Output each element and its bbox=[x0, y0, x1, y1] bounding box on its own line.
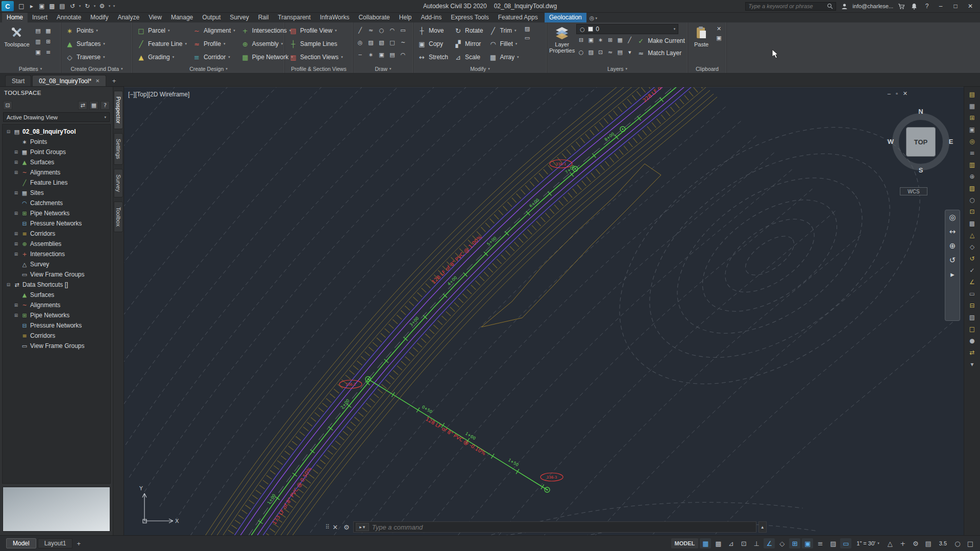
add-layout-button[interactable]: + bbox=[74, 540, 83, 547]
layout-tab-layout1[interactable]: Layout1 bbox=[38, 538, 73, 548]
layers-more-icon[interactable]: ▾ bbox=[625, 47, 634, 57]
match-layer-button[interactable]: ≈Match Layer bbox=[634, 47, 683, 59]
drawing-canvas[interactable]: 1+002+003+004+005+006+007+008+000+501+00… bbox=[124, 87, 964, 535]
command-recent-icon[interactable]: ▸▾ bbox=[356, 523, 369, 531]
ribbon-tab-rail[interactable]: Rail bbox=[254, 13, 274, 22]
doc-close-icon[interactable]: ✕ bbox=[903, 90, 908, 97]
tree-item-survey[interactable]: △Survey bbox=[3, 259, 110, 269]
command-expand-icon[interactable]: ▲ bbox=[758, 521, 767, 533]
transparency-icon[interactable]: ▨ bbox=[827, 538, 839, 548]
ribbon-tab-survey[interactable]: Survey bbox=[225, 13, 253, 22]
tree-item-intersections[interactable]: ⊞+Intersections bbox=[3, 249, 110, 259]
viewcube-south[interactable]: S bbox=[916, 166, 925, 174]
stretch-button[interactable]: ↔Stretch bbox=[415, 51, 450, 64]
tree-item-feature-lines[interactable]: ╱Feature Lines bbox=[3, 178, 110, 188]
alignment-button[interactable]: ~Alignment▾ bbox=[190, 24, 237, 37]
workspace-gear-icon[interactable]: ⚙ bbox=[910, 538, 921, 548]
dock-tool-icon[interactable]: ▦ bbox=[967, 102, 977, 110]
revision-cloud-icon[interactable]: ◠ bbox=[398, 50, 408, 59]
ribbon-tab-help[interactable]: Help bbox=[395, 13, 416, 22]
event-viewer-icon[interactable]: ▣ bbox=[33, 47, 43, 57]
turn-off-layer-icon[interactable]: ⊟ bbox=[576, 35, 586, 44]
plot-icon[interactable]: ▤ bbox=[57, 2, 67, 11]
cut-icon[interactable]: ✕ bbox=[714, 24, 724, 33]
boundary-icon[interactable]: □ bbox=[387, 38, 397, 47]
trim-button[interactable]: ╱Trim▾ bbox=[486, 24, 521, 37]
copy-clip-icon[interactable]: ▣ bbox=[714, 33, 724, 42]
points-button[interactable]: ∗Points▾ bbox=[63, 24, 107, 37]
annotation-scale-label[interactable]: 1" = 30'▾ bbox=[853, 538, 883, 548]
tree-item-surfaces[interactable]: ▲Surfaces bbox=[3, 290, 110, 300]
workspace-caret-icon[interactable]: ▾ bbox=[107, 2, 112, 11]
palette-tab-settings[interactable]: Settings bbox=[114, 133, 123, 165]
command-wrench-icon[interactable]: ⚙ bbox=[342, 523, 351, 531]
selection-cycling-icon[interactable]: ▭ bbox=[840, 538, 851, 548]
ribbon-tab-insert[interactable]: Insert bbox=[28, 13, 52, 22]
ribbon-tab-transparent[interactable]: Transparent bbox=[273, 13, 315, 22]
corridor-button[interactable]: ≡Corridor▾ bbox=[190, 51, 237, 64]
dock-tool-icon[interactable]: ↺ bbox=[967, 254, 977, 263]
tree-item-view-frame-groups[interactable]: ▭View Frame Groups bbox=[3, 341, 110, 351]
tree-expander-icon[interactable]: ⊞ bbox=[13, 211, 19, 216]
surfaces-button[interactable]: ▲Surfaces▾ bbox=[63, 37, 107, 51]
polar-tracking-icon[interactable]: ∠ bbox=[764, 538, 775, 548]
dock-tool-icon[interactable]: ⊡ bbox=[967, 207, 977, 216]
rectangle-icon[interactable]: ▭ bbox=[398, 26, 408, 35]
tree-expander-icon[interactable]: ⊞ bbox=[13, 170, 19, 175]
cart-icon[interactable] bbox=[897, 2, 906, 11]
view-selector-dropdown[interactable]: Active Drawing View▾ bbox=[3, 112, 110, 122]
tree-item-sites[interactable]: ⊞▦Sites bbox=[3, 188, 110, 198]
viewcube[interactable]: N W E S TOP bbox=[888, 109, 954, 175]
dock-tool-icon[interactable]: ▧ bbox=[967, 313, 977, 321]
undo-caret-icon[interactable]: ▾ bbox=[78, 2, 82, 11]
panel-label-clipboard[interactable]: Clipboard bbox=[688, 64, 726, 73]
dock-tool-icon[interactable]: ⊟ bbox=[967, 301, 977, 310]
infocenter-search[interactable] bbox=[745, 2, 836, 11]
save-icon[interactable]: ▣ bbox=[37, 2, 47, 11]
circle-icon[interactable]: ○ bbox=[377, 26, 386, 35]
tree-expander-icon[interactable]: ⊞ bbox=[13, 241, 19, 246]
tree-item-alignments[interactable]: ⊞~Alignments bbox=[3, 167, 110, 178]
tree-expander-icon[interactable]: ⊟ bbox=[6, 129, 11, 134]
clean-screen-icon[interactable]: □ bbox=[965, 538, 976, 548]
array-button[interactable]: ▦Array▾ bbox=[486, 51, 521, 64]
tree-item-alignments[interactable]: ⊞~Alignments bbox=[3, 300, 110, 310]
survey-toolspace-icon[interactable]: ⊞ bbox=[43, 37, 53, 46]
hatch-icon[interactable]: ▨ bbox=[366, 38, 376, 47]
new-drawing-icon[interactable]: □ bbox=[16, 2, 27, 11]
copy-button[interactable]: ▣Copy bbox=[415, 37, 450, 51]
rotate-button[interactable]: ↻Rotate bbox=[452, 24, 485, 37]
tree-item-point-groups[interactable]: ⊞▦Point Groups bbox=[3, 147, 110, 157]
ribbon-tab-home[interactable]: Home bbox=[2, 13, 28, 22]
ribbon-tab-modify[interactable]: Modify bbox=[86, 13, 113, 22]
layer-properties-button[interactable]: Layer Properties bbox=[549, 24, 575, 54]
tree-item-data-shortcuts[interactable]: ⊟⇄Data Shortcuts [] bbox=[3, 280, 110, 290]
line-icon[interactable]: ╱ bbox=[355, 26, 365, 35]
dock-tool-icon[interactable]: ▾ bbox=[967, 360, 977, 368]
dock-tool-icon[interactable]: ∠ bbox=[967, 278, 977, 286]
tree-item-pipe-networks[interactable]: ⊞⊞Pipe Networks bbox=[3, 310, 110, 320]
dock-tool-icon[interactable]: □ bbox=[967, 324, 977, 333]
tree-item-pipe-networks[interactable]: ⊞⊞Pipe Networks bbox=[3, 208, 110, 218]
grading-button[interactable]: ▲Grading▾ bbox=[135, 51, 189, 64]
dock-tool-icon[interactable]: ▭ bbox=[967, 289, 977, 298]
ribbon-tab-collaborate[interactable]: Collaborate bbox=[354, 13, 394, 22]
viewcube-west[interactable]: W bbox=[886, 138, 895, 145]
tree-item-surfaces[interactable]: ⊞▲Surfaces bbox=[3, 157, 110, 167]
panel-label-modify[interactable]: Modify▾ bbox=[413, 64, 547, 73]
dock-tool-icon[interactable]: △ bbox=[967, 231, 977, 239]
lineweight-icon[interactable]: ≡ bbox=[815, 538, 826, 548]
properties-palette-icon[interactable]: ▤ bbox=[33, 26, 43, 35]
ribbon-tab-featured-apps[interactable]: Featured Apps bbox=[494, 13, 543, 22]
notification-bell-icon[interactable] bbox=[910, 2, 919, 11]
dock-tool-icon[interactable]: ▨ bbox=[967, 184, 977, 192]
grid-display-icon[interactable]: ▦ bbox=[700, 538, 711, 548]
autoscale-icon[interactable]: + bbox=[897, 538, 909, 548]
undo-icon[interactable]: ↺ bbox=[67, 2, 78, 11]
markup-palette-icon[interactable]: ≡ bbox=[43, 47, 53, 57]
zoom-icon[interactable]: ⊕ bbox=[949, 242, 956, 250]
preview-toggle-icon[interactable]: ▦ bbox=[89, 101, 99, 110]
workspace-icon[interactable]: ⚙ bbox=[97, 2, 107, 11]
object-snap-icon[interactable]: ▣ bbox=[802, 538, 813, 548]
ribbon-tab-analyze[interactable]: Analyze bbox=[113, 13, 144, 22]
